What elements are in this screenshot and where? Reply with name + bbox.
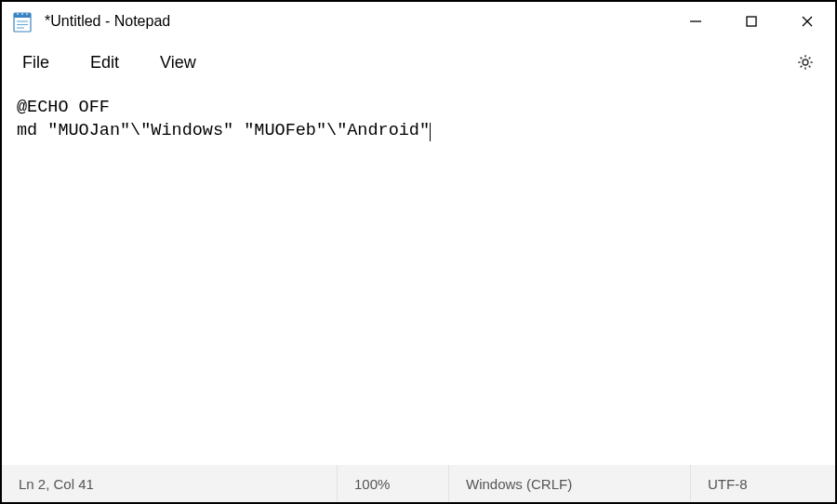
svg-point-2 xyxy=(17,13,19,15)
menu-view[interactable]: View xyxy=(153,47,204,78)
gear-icon xyxy=(796,53,815,72)
editor-content: @ECHO OFF md "MUOJan"\"Windows" "MUOFeb"… xyxy=(17,98,430,140)
status-encoding: UTF-8 xyxy=(690,465,835,502)
window-controls xyxy=(668,2,835,41)
maximize-icon xyxy=(745,15,758,28)
settings-button[interactable] xyxy=(789,46,822,79)
maximize-button[interactable] xyxy=(724,2,779,41)
close-button[interactable] xyxy=(779,2,835,41)
text-editor[interactable]: @ECHO OFF md "MUOJan"\"Windows" "MUOFeb"… xyxy=(2,84,835,465)
status-position: Ln 2, Col 41 xyxy=(2,465,337,502)
svg-rect-9 xyxy=(747,17,756,26)
window-title: *Untitled - Notepad xyxy=(45,13,668,30)
text-caret xyxy=(430,123,431,141)
statusbar: Ln 2, Col 41 100% Windows (CRLF) UTF-8 xyxy=(2,465,835,502)
status-zoom: 100% xyxy=(337,465,448,502)
titlebar: *Untitled - Notepad xyxy=(2,2,835,41)
svg-point-3 xyxy=(21,13,23,15)
minimize-icon xyxy=(689,15,702,28)
menu-file[interactable]: File xyxy=(15,47,57,78)
close-icon xyxy=(801,15,814,28)
menubar: File Edit View xyxy=(2,41,835,84)
menu-edit[interactable]: Edit xyxy=(83,47,126,78)
svg-point-4 xyxy=(26,13,28,15)
svg-point-12 xyxy=(803,60,808,65)
minimize-button[interactable] xyxy=(668,2,724,41)
status-line-ending: Windows (CRLF) xyxy=(448,465,690,502)
notepad-icon xyxy=(13,10,32,33)
